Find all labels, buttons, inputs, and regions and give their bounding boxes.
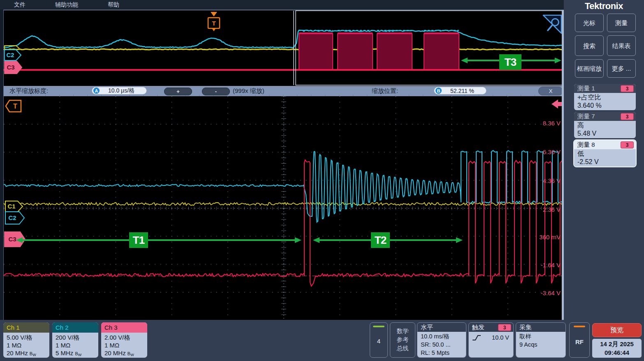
zoom-scale-label: 水平缩放标度: [9,87,48,95]
zoom-in-button[interactable]: + [164,88,192,95]
search-button[interactable]: 搜索 [575,35,604,56]
channel-4-button[interactable]: 4 [370,322,388,358]
main-graticule: C1C2C3T 8.36 V 6.36 V 4.36 V 2.36 V 360 … [4,96,564,320]
status-bar: Ch 1 5.00 V/格 1 MΩ 20 MHz BW Ch 2 200 V/… [0,320,644,361]
menu-utility[interactable]: 辅助功能 [55,1,78,9]
overview-channel-label-c3[interactable]: C3 [5,61,22,74]
cursors-button[interactable]: 光标 [575,14,604,32]
source-badge: 3 [621,85,634,92]
horizontal-badge[interactable]: 水平 10.0 ms/格 SR: 50.0 ... RL: 5 Mpts [417,322,466,358]
svg-text:C2: C2 [8,214,16,221]
channel-scale: 200 V/格 [56,333,98,341]
bw-sub: W [32,353,36,357]
draw-a-box-button[interactable]: 框画缩放 [575,59,604,78]
bw-label: B [75,351,78,356]
waveform-overview: TC2C3 T3 [4,10,564,86]
svg-text:C3: C3 [8,236,16,243]
measure-button[interactable]: 测量 [607,14,636,32]
menu-help[interactable]: 帮助 [108,1,119,9]
measurement-title: 测量 1 [577,85,595,93]
waveform-display-area: TC2C3 T3 水平缩放标度: A 10.0 µs/格 + - (999x 缩… [3,10,563,320]
trigger-level: 10.0 V [492,333,509,342]
measurement-badge-1[interactable]: 测量 1 3 +占空比 3.640 % [574,84,636,110]
voltage-label-6: -1.64 V [528,261,561,268]
channel-2-badge[interactable]: Ch 2 200 V/格 1 MΩ 5 MHz BW [52,322,98,358]
channel-3-title: Ch 3 [101,322,147,333]
zoom-window[interactable] [296,10,563,86]
t1-annotation-label: T1 [129,232,148,248]
channel-label-c2[interactable]: C2 [5,212,24,224]
channel-1-title: Ch 1 [3,322,49,333]
knob-b-icon: B [436,88,442,94]
acquisition-title: 采集 [516,323,565,332]
measurement-title: 测量 7 [577,113,595,120]
trigger-title: 触发 [472,324,484,331]
zoom-lens-icon[interactable] [542,14,562,34]
horizontal-scale: 10.0 ms/格 [421,332,466,340]
measurement-title: 测量 8 [577,141,595,149]
date: 14 2月 2025 [600,340,634,348]
rf-color-line [574,326,585,327]
trigger-badge[interactable]: 触发 3 10.0 V [468,322,514,358]
t2-annotation-label: T2 [371,232,390,248]
measurement-badge-7[interactable]: 测量 7 3 高 5.48 V [574,112,636,138]
overview-channel-label-c2[interactable]: C2 [5,50,21,60]
acquisition-mode: 取样 [519,332,565,340]
math-label: 数学 [390,327,415,336]
ref-label: 参考 [390,336,415,344]
channel-impedance: 1 MΩ [104,341,147,349]
measurement-value: 3.640 % [577,102,636,110]
rf-label: RF [570,338,589,345]
svg-text:C1: C1 [7,203,15,210]
measurement-value: -2.52 V [577,158,636,166]
trigger-source-badge: 3 [498,324,511,331]
channel-4-label: 4 [370,338,387,345]
measurement-value: 5.48 V [577,130,636,138]
zoom-close-button[interactable]: X [538,87,563,95]
math-ref-bus-button[interactable]: 数学 参考 总线 [390,322,415,358]
source-badge: 3 [621,113,634,120]
right-sidebar: Tektronix 光标 测量 搜索 结果表 框画缩放 更多 ... 测量 1 … [564,0,644,361]
rf-button[interactable]: RF [569,322,590,358]
channel-label-c1[interactable]: C1 [5,201,23,212]
main-trigger-marker[interactable] [5,100,23,112]
zoom-position-label: 缩放位置: [372,87,398,95]
ch2-trace [4,150,563,222]
acquisition-count: 9 Acqs [519,340,565,349]
menu-file[interactable]: 文件 [14,1,25,9]
more-button[interactable]: 更多 ... [607,59,636,78]
zoom-position-control[interactable]: B 52.211 % [434,87,486,95]
channel-1-badge[interactable]: Ch 1 5.00 V/格 1 MΩ 20 MHz BW [3,322,49,358]
bus-label: 总线 [390,344,415,353]
measurement-badge-8[interactable]: 测量 8 3 低 -2.52 V [574,140,636,167]
zoom-scale-value: 10.0 µs/格 [100,87,146,95]
bw-sub: W [78,353,82,357]
rising-edge-icon [472,334,481,342]
menu-bar: 文件 辅助功能 帮助 [0,0,564,9]
measurement-name: +占空比 [577,93,636,102]
voltage-label-2: 6.36 V [528,148,561,155]
preview-button[interactable]: 预览 [592,323,642,337]
left-gutter [0,9,3,320]
channel-impedance: 1 MΩ [56,341,98,349]
channel-3-badge[interactable]: Ch 3 2.00 V/格 1 MΩ 20 MHz BW [101,322,147,358]
results-table-button[interactable]: 结果表 [607,35,636,56]
voltage-label-5: 360 mV [528,234,561,241]
zoom-scale-control[interactable]: A 10.0 µs/格 [92,87,147,95]
zoom-out-button[interactable]: - [202,88,230,95]
sample-rate: SR: 50.0 ... [421,340,466,349]
channel-bandwidth: 20 MHz [7,349,28,356]
zoom-position-value: 52.211 % [442,88,486,94]
knob-a-icon: A [93,88,100,94]
voltage-label-1: 8.36 V [528,120,561,127]
zoom-toolbar: 水平缩放标度: A 10.0 µs/格 + - (999x 缩放) 缩放位置: … [4,86,564,96]
svg-text:C3: C3 [7,64,14,71]
channel-4-color-line [373,326,385,327]
main-waveforms: C1C2C3T [4,96,564,320]
voltage-label-7: -3.64 V [528,289,561,296]
measurement-name: 低 [577,150,636,158]
voltage-label-4: 2.36 V [528,206,561,213]
acquisition-badge[interactable]: 采集 取样 9 Acqs [516,322,566,358]
svg-text:C2: C2 [6,51,14,58]
overview-trigger-marker[interactable] [208,11,220,32]
